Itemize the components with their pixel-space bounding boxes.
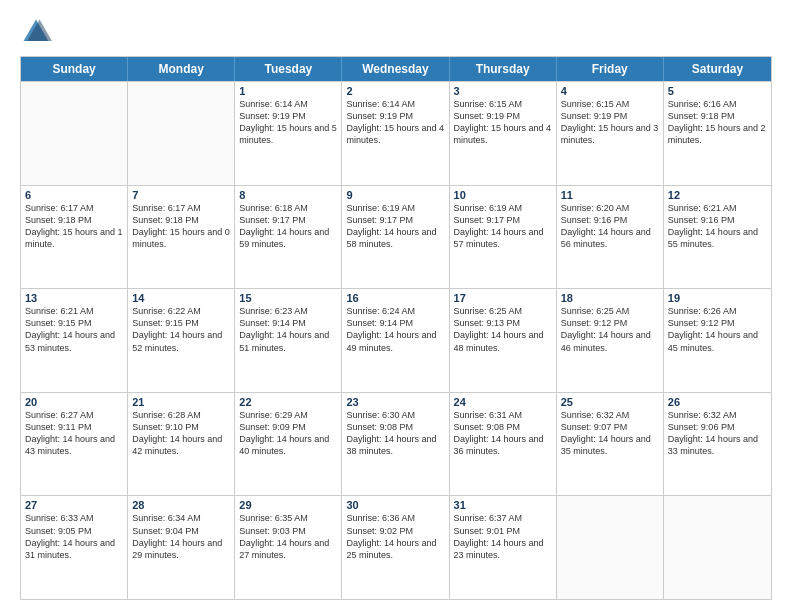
logo-icon xyxy=(20,16,52,48)
calendar-week-row: 1Sunrise: 6:14 AM Sunset: 9:19 PM Daylig… xyxy=(21,81,771,185)
day-number: 23 xyxy=(346,396,444,408)
day-number: 28 xyxy=(132,499,230,511)
calendar-cell: 21Sunrise: 6:28 AM Sunset: 9:10 PM Dayli… xyxy=(128,393,235,496)
calendar-cell: 13Sunrise: 6:21 AM Sunset: 9:15 PM Dayli… xyxy=(21,289,128,392)
day-info: Sunrise: 6:21 AM Sunset: 9:16 PM Dayligh… xyxy=(668,202,767,251)
calendar-week-row: 20Sunrise: 6:27 AM Sunset: 9:11 PM Dayli… xyxy=(21,392,771,496)
day-of-week-header: Monday xyxy=(128,57,235,81)
calendar-cell: 9Sunrise: 6:19 AM Sunset: 9:17 PM Daylig… xyxy=(342,186,449,289)
calendar-cell: 8Sunrise: 6:18 AM Sunset: 9:17 PM Daylig… xyxy=(235,186,342,289)
day-number: 6 xyxy=(25,189,123,201)
header xyxy=(20,16,772,48)
day-number: 7 xyxy=(132,189,230,201)
calendar-cell: 5Sunrise: 6:16 AM Sunset: 9:18 PM Daylig… xyxy=(664,82,771,185)
calendar-cell: 2Sunrise: 6:14 AM Sunset: 9:19 PM Daylig… xyxy=(342,82,449,185)
calendar-cell xyxy=(128,82,235,185)
calendar-cell: 28Sunrise: 6:34 AM Sunset: 9:04 PM Dayli… xyxy=(128,496,235,599)
calendar-cell: 12Sunrise: 6:21 AM Sunset: 9:16 PM Dayli… xyxy=(664,186,771,289)
day-info: Sunrise: 6:35 AM Sunset: 9:03 PM Dayligh… xyxy=(239,512,337,561)
day-number: 18 xyxy=(561,292,659,304)
day-info: Sunrise: 6:30 AM Sunset: 9:08 PM Dayligh… xyxy=(346,409,444,458)
calendar-week-row: 6Sunrise: 6:17 AM Sunset: 9:18 PM Daylig… xyxy=(21,185,771,289)
calendar-cell: 3Sunrise: 6:15 AM Sunset: 9:19 PM Daylig… xyxy=(450,82,557,185)
calendar-cell: 23Sunrise: 6:30 AM Sunset: 9:08 PM Dayli… xyxy=(342,393,449,496)
day-number: 15 xyxy=(239,292,337,304)
calendar-body: 1Sunrise: 6:14 AM Sunset: 9:19 PM Daylig… xyxy=(21,81,771,599)
calendar-cell: 18Sunrise: 6:25 AM Sunset: 9:12 PM Dayli… xyxy=(557,289,664,392)
calendar-cell: 17Sunrise: 6:25 AM Sunset: 9:13 PM Dayli… xyxy=(450,289,557,392)
day-info: Sunrise: 6:24 AM Sunset: 9:14 PM Dayligh… xyxy=(346,305,444,354)
day-number: 17 xyxy=(454,292,552,304)
day-of-week-header: Thursday xyxy=(450,57,557,81)
day-info: Sunrise: 6:28 AM Sunset: 9:10 PM Dayligh… xyxy=(132,409,230,458)
day-info: Sunrise: 6:31 AM Sunset: 9:08 PM Dayligh… xyxy=(454,409,552,458)
day-number: 20 xyxy=(25,396,123,408)
day-info: Sunrise: 6:25 AM Sunset: 9:13 PM Dayligh… xyxy=(454,305,552,354)
calendar-week-row: 13Sunrise: 6:21 AM Sunset: 9:15 PM Dayli… xyxy=(21,288,771,392)
day-info: Sunrise: 6:27 AM Sunset: 9:11 PM Dayligh… xyxy=(25,409,123,458)
day-number: 12 xyxy=(668,189,767,201)
calendar-cell: 25Sunrise: 6:32 AM Sunset: 9:07 PM Dayli… xyxy=(557,393,664,496)
day-number: 8 xyxy=(239,189,337,201)
logo xyxy=(20,16,56,48)
day-info: Sunrise: 6:34 AM Sunset: 9:04 PM Dayligh… xyxy=(132,512,230,561)
day-info: Sunrise: 6:37 AM Sunset: 9:01 PM Dayligh… xyxy=(454,512,552,561)
day-number: 25 xyxy=(561,396,659,408)
calendar: SundayMondayTuesdayWednesdayThursdayFrid… xyxy=(20,56,772,600)
day-info: Sunrise: 6:18 AM Sunset: 9:17 PM Dayligh… xyxy=(239,202,337,251)
day-info: Sunrise: 6:19 AM Sunset: 9:17 PM Dayligh… xyxy=(454,202,552,251)
calendar-cell: 30Sunrise: 6:36 AM Sunset: 9:02 PM Dayli… xyxy=(342,496,449,599)
day-number: 21 xyxy=(132,396,230,408)
calendar-cell: 15Sunrise: 6:23 AM Sunset: 9:14 PM Dayli… xyxy=(235,289,342,392)
day-number: 4 xyxy=(561,85,659,97)
day-of-week-header: Wednesday xyxy=(342,57,449,81)
calendar-cell: 20Sunrise: 6:27 AM Sunset: 9:11 PM Dayli… xyxy=(21,393,128,496)
day-info: Sunrise: 6:26 AM Sunset: 9:12 PM Dayligh… xyxy=(668,305,767,354)
day-number: 16 xyxy=(346,292,444,304)
day-info: Sunrise: 6:33 AM Sunset: 9:05 PM Dayligh… xyxy=(25,512,123,561)
day-info: Sunrise: 6:14 AM Sunset: 9:19 PM Dayligh… xyxy=(346,98,444,147)
calendar-week-row: 27Sunrise: 6:33 AM Sunset: 9:05 PM Dayli… xyxy=(21,495,771,599)
calendar-cell xyxy=(664,496,771,599)
day-number: 27 xyxy=(25,499,123,511)
page: SundayMondayTuesdayWednesdayThursdayFrid… xyxy=(0,0,792,612)
day-number: 31 xyxy=(454,499,552,511)
day-of-week-header: Friday xyxy=(557,57,664,81)
calendar-cell: 10Sunrise: 6:19 AM Sunset: 9:17 PM Dayli… xyxy=(450,186,557,289)
calendar-cell: 11Sunrise: 6:20 AM Sunset: 9:16 PM Dayli… xyxy=(557,186,664,289)
day-info: Sunrise: 6:23 AM Sunset: 9:14 PM Dayligh… xyxy=(239,305,337,354)
day-info: Sunrise: 6:32 AM Sunset: 9:06 PM Dayligh… xyxy=(668,409,767,458)
day-number: 2 xyxy=(346,85,444,97)
day-number: 22 xyxy=(239,396,337,408)
day-number: 19 xyxy=(668,292,767,304)
day-info: Sunrise: 6:17 AM Sunset: 9:18 PM Dayligh… xyxy=(25,202,123,251)
day-info: Sunrise: 6:20 AM Sunset: 9:16 PM Dayligh… xyxy=(561,202,659,251)
calendar-cell: 24Sunrise: 6:31 AM Sunset: 9:08 PM Dayli… xyxy=(450,393,557,496)
day-number: 10 xyxy=(454,189,552,201)
day-info: Sunrise: 6:15 AM Sunset: 9:19 PM Dayligh… xyxy=(561,98,659,147)
calendar-cell: 19Sunrise: 6:26 AM Sunset: 9:12 PM Dayli… xyxy=(664,289,771,392)
calendar-cell: 31Sunrise: 6:37 AM Sunset: 9:01 PM Dayli… xyxy=(450,496,557,599)
calendar-cell: 27Sunrise: 6:33 AM Sunset: 9:05 PM Dayli… xyxy=(21,496,128,599)
calendar-cell: 4Sunrise: 6:15 AM Sunset: 9:19 PM Daylig… xyxy=(557,82,664,185)
day-number: 14 xyxy=(132,292,230,304)
calendar-header: SundayMondayTuesdayWednesdayThursdayFrid… xyxy=(21,57,771,81)
day-info: Sunrise: 6:21 AM Sunset: 9:15 PM Dayligh… xyxy=(25,305,123,354)
calendar-cell: 1Sunrise: 6:14 AM Sunset: 9:19 PM Daylig… xyxy=(235,82,342,185)
calendar-cell: 29Sunrise: 6:35 AM Sunset: 9:03 PM Dayli… xyxy=(235,496,342,599)
day-number: 13 xyxy=(25,292,123,304)
day-info: Sunrise: 6:19 AM Sunset: 9:17 PM Dayligh… xyxy=(346,202,444,251)
day-number: 5 xyxy=(668,85,767,97)
calendar-cell: 26Sunrise: 6:32 AM Sunset: 9:06 PM Dayli… xyxy=(664,393,771,496)
calendar-cell: 14Sunrise: 6:22 AM Sunset: 9:15 PM Dayli… xyxy=(128,289,235,392)
day-number: 30 xyxy=(346,499,444,511)
day-info: Sunrise: 6:25 AM Sunset: 9:12 PM Dayligh… xyxy=(561,305,659,354)
calendar-cell: 22Sunrise: 6:29 AM Sunset: 9:09 PM Dayli… xyxy=(235,393,342,496)
day-info: Sunrise: 6:22 AM Sunset: 9:15 PM Dayligh… xyxy=(132,305,230,354)
day-number: 9 xyxy=(346,189,444,201)
day-number: 24 xyxy=(454,396,552,408)
day-number: 3 xyxy=(454,85,552,97)
day-info: Sunrise: 6:32 AM Sunset: 9:07 PM Dayligh… xyxy=(561,409,659,458)
day-number: 26 xyxy=(668,396,767,408)
calendar-cell xyxy=(557,496,664,599)
